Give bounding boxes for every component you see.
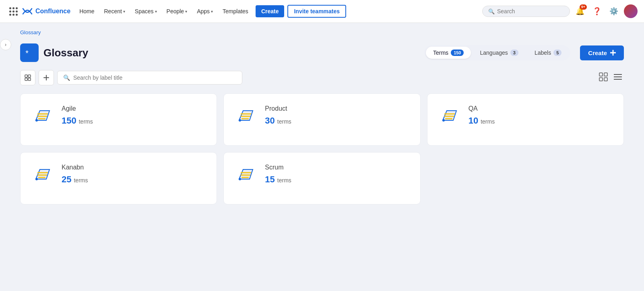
svg-text:*: *: [25, 49, 29, 58]
notification-badge: 9+: [580, 4, 587, 10]
scrum-count: 15 terms: [265, 174, 291, 185]
toolbar: 🔍: [0, 70, 644, 93]
settings-button[interactable]: ⚙️: [607, 4, 621, 18]
tab-languages[interactable]: Languages 3: [473, 47, 525, 59]
add-label-button[interactable]: [39, 70, 54, 85]
svg-point-25: [35, 178, 38, 180]
svg-rect-7: [604, 73, 607, 76]
languages-badge: 3: [510, 50, 518, 56]
people-nav[interactable]: People ▾: [163, 6, 192, 17]
tab-nav: Terms 150 Languages 3 Labels 5: [424, 45, 570, 60]
page-icon: *: [20, 43, 39, 62]
svg-rect-8: [599, 78, 603, 81]
app-switcher-button[interactable]: [6, 4, 20, 18]
label-card-qa[interactable]: QA 10 terms: [427, 93, 624, 146]
label-card-scrum[interactable]: Scrum 15 terms: [223, 152, 420, 204]
page-header: * Glossary Terms 150 Languages 3 Labels …: [0, 39, 644, 70]
home-nav[interactable]: Home: [75, 6, 98, 17]
create-main-button[interactable]: Create: [580, 45, 624, 60]
templates-nav[interactable]: Templates: [219, 6, 252, 17]
spaces-nav[interactable]: Spaces ▾: [131, 6, 161, 17]
spaces-chevron-icon: ▾: [155, 9, 157, 14]
list-view-button[interactable]: [612, 71, 624, 85]
svg-rect-2: [25, 75, 27, 77]
create-button[interactable]: Create: [256, 5, 285, 17]
product-icon: [235, 105, 257, 127]
search-icon: 🔍: [488, 8, 495, 14]
navbar: Confluence Home Recent ▾ Spaces ▾ People…: [0, 0, 644, 23]
grid-view-button[interactable]: [597, 71, 609, 85]
svg-rect-3: [28, 75, 31, 77]
breadcrumb[interactable]: Glossary: [0, 23, 644, 39]
labels-badge: 5: [553, 50, 561, 56]
product-title: Product: [265, 105, 291, 112]
navbar-right: 🔍 🔔 9+ ❓ ⚙️: [482, 4, 638, 18]
people-chevron-icon: ▾: [185, 9, 187, 14]
scrum-icon: [235, 164, 257, 186]
brand-name: Confluence: [35, 8, 70, 15]
svg-point-21: [442, 119, 445, 122]
search-input[interactable]: [497, 8, 564, 14]
kanabn-count: 25 terms: [62, 174, 88, 185]
cards-grid: Agile 150 terms Product: [0, 93, 644, 217]
product-count: 30 terms: [265, 116, 291, 126]
avatar[interactable]: [624, 4, 638, 18]
invite-teammates-button[interactable]: Invite teammates: [287, 5, 346, 18]
svg-rect-6: [599, 73, 603, 76]
svg-rect-0: [22, 6, 33, 17]
search-label-input[interactable]: [73, 74, 236, 81]
search-box[interactable]: 🔍: [482, 6, 570, 17]
agile-icon: [32, 105, 54, 127]
svg-rect-5: [28, 78, 31, 80]
search-label-icon: 🔍: [63, 74, 70, 81]
search-label-box[interactable]: 🔍: [57, 71, 242, 85]
view-toggle: [597, 71, 624, 85]
notifications-button[interactable]: 🔔 9+: [573, 4, 587, 18]
svg-point-29: [239, 178, 241, 180]
help-button[interactable]: ❓: [590, 4, 604, 18]
svg-rect-4: [25, 78, 27, 80]
agile-title: Agile: [62, 105, 93, 112]
brand-logo[interactable]: Confluence: [22, 6, 70, 17]
tab-terms[interactable]: Terms 150: [426, 47, 471, 59]
svg-point-13: [35, 119, 38, 122]
recent-nav[interactable]: Recent ▾: [100, 6, 129, 17]
agile-count: 150 terms: [62, 116, 93, 126]
product-info: Product 30 terms: [265, 105, 291, 126]
kanabn-icon: [32, 164, 54, 186]
kanabn-info: Kanabn 25 terms: [62, 164, 88, 185]
label-card-product[interactable]: Product 30 terms: [223, 93, 420, 146]
kanabn-title: Kanabn: [62, 164, 88, 171]
svg-point-17: [239, 119, 241, 122]
label-card-kanabn[interactable]: Kanabn 25 terms: [20, 152, 217, 204]
qa-title: QA: [469, 105, 495, 112]
apps-nav[interactable]: Apps ▾: [193, 6, 217, 17]
label-card-agile[interactable]: Agile 150 terms: [20, 93, 217, 146]
page-title: Glossary: [43, 47, 88, 59]
svg-rect-9: [604, 78, 607, 81]
content-area: › Glossary * Glossary Terms 150 Language…: [0, 23, 644, 291]
scrum-title: Scrum: [265, 164, 291, 171]
recent-chevron-icon: ▾: [123, 9, 125, 14]
qa-info: QA 10 terms: [469, 105, 495, 126]
tab-labels[interactable]: Labels 5: [527, 47, 569, 59]
scrum-info: Scrum 15 terms: [265, 164, 291, 185]
agile-info: Agile 150 terms: [62, 105, 93, 126]
qa-count: 10 terms: [469, 116, 495, 126]
qa-icon: [439, 105, 460, 127]
apps-chevron-icon: ▾: [211, 9, 213, 14]
terms-badge: 150: [451, 50, 464, 56]
sidebar-toggle-button[interactable]: ›: [0, 39, 11, 50]
filter-button[interactable]: [20, 70, 35, 85]
